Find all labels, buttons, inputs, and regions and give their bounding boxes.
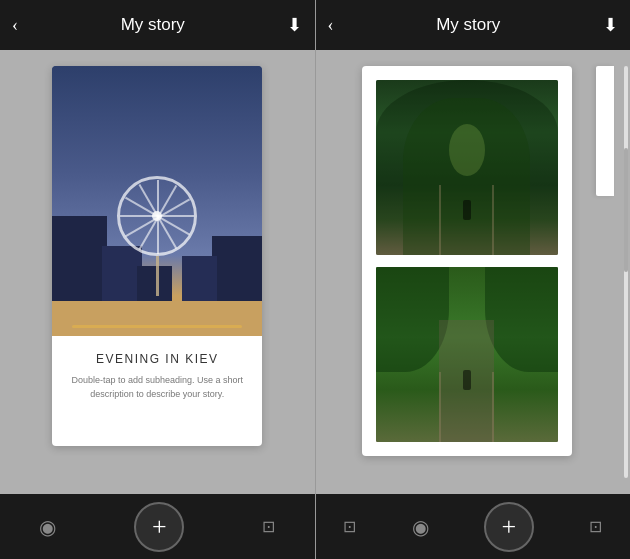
left-panel: ‹ My story ⬇ — [0, 0, 316, 559]
right-add-button[interactable]: + — [484, 502, 534, 552]
right-download-button[interactable]: ⬇ — [603, 14, 618, 36]
left-scan-button[interactable]: ⊡ — [262, 517, 275, 536]
left-panel-title: My story — [121, 15, 185, 35]
forest-bottom-scene — [376, 267, 558, 442]
right-scrollbar-thumb — [624, 148, 628, 272]
right-eye-button[interactable]: ◉ — [412, 515, 429, 539]
person-figure-bottom — [463, 370, 471, 390]
left-caption-sub[interactable]: Double-tap to add subheading. Use a shor… — [64, 374, 250, 401]
right-panel-title: My story — [436, 15, 500, 35]
right-header: ‹ My story ⬇ — [316, 0, 631, 50]
left-toolbar: ◉ + ⊡ — [0, 494, 315, 559]
left-caption-title: EVENING IN KIEV — [64, 352, 250, 366]
ferris-wheel-scene — [52, 66, 262, 336]
right-back-button[interactable]: ‹ — [328, 15, 334, 36]
left-back-button[interactable]: ‹ — [12, 15, 18, 36]
right-panel-content — [316, 50, 631, 494]
rail-left-top — [439, 185, 441, 255]
rail-right-top — [492, 185, 494, 255]
left-caption-area: EVENING IN KIEV Double-tap to add subhea… — [52, 336, 262, 411]
right-panel: ‹ My story ⬇ — [316, 0, 631, 559]
right-scrollbar[interactable] — [624, 66, 628, 478]
right-toolbar: ⊡ ◉ + ⊡ — [316, 494, 631, 559]
left-panel-content: EVENING IN KIEV Double-tap to add subhea… — [0, 50, 315, 494]
rail-right-bottom — [492, 372, 494, 442]
left-header: ‹ My story ⬇ — [0, 0, 315, 50]
left-download-button[interactable]: ⬇ — [287, 14, 302, 36]
left-story-card: EVENING IN KIEV Double-tap to add subhea… — [52, 66, 262, 446]
right-photo-top — [376, 80, 558, 255]
right-scan-button[interactable]: ⊡ — [343, 517, 356, 536]
right-photo-bottom — [376, 267, 558, 442]
ferris-wheel — [117, 176, 197, 296]
left-add-button[interactable]: + — [134, 502, 184, 552]
person-figure-top — [463, 200, 471, 220]
left-photo-area — [52, 66, 262, 336]
right-story-card — [362, 66, 572, 456]
right-scan2-button[interactable]: ⊡ — [589, 517, 602, 536]
rail-left-bottom — [439, 372, 441, 442]
side-card-partial — [596, 66, 614, 196]
left-eye-button[interactable]: ◉ — [39, 515, 56, 539]
forest-top-scene — [376, 80, 558, 255]
